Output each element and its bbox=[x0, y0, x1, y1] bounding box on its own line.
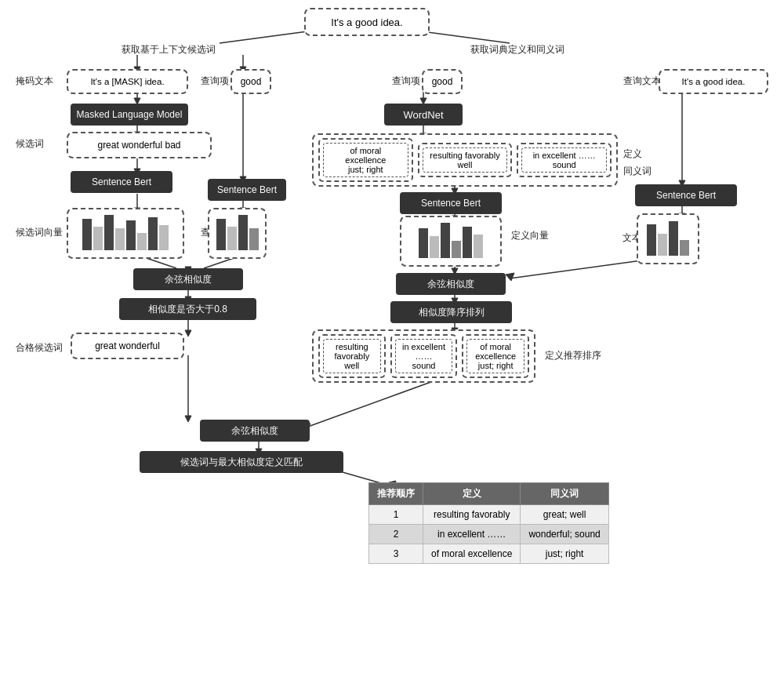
candidate-bars bbox=[79, 214, 172, 253]
def-vector-box bbox=[400, 216, 502, 267]
ranked-def-1: resulting favorably well bbox=[318, 334, 386, 378]
bar2 bbox=[93, 227, 103, 250]
dbar3 bbox=[441, 223, 450, 258]
sentence-bert-query-left: Sentence Bert bbox=[208, 179, 286, 201]
ranked-def-3-inner: of moral excellence just; right bbox=[466, 339, 524, 373]
table-cell-rank: 1 bbox=[369, 505, 423, 525]
qualified-box: great wonderful bbox=[71, 333, 184, 359]
mlm-box: Masked Language Model bbox=[71, 104, 188, 126]
dbar6 bbox=[474, 235, 483, 258]
dbar4 bbox=[452, 241, 461, 258]
candidates-label: 候选词 bbox=[16, 137, 44, 151]
context-vector-box bbox=[637, 213, 699, 264]
dbar5 bbox=[463, 227, 472, 258]
table-cell-def: resulting favorably bbox=[423, 505, 521, 525]
svg-marker-26 bbox=[185, 416, 191, 422]
cosine-box-1: 余弦相似度 bbox=[133, 268, 243, 290]
query-vector-box bbox=[208, 208, 267, 259]
table-row: 3of moral excellencejust; right bbox=[369, 544, 609, 564]
ranked-def-3: of moral excellence just; right bbox=[462, 334, 529, 378]
qualified-label: 合格候选词 bbox=[16, 341, 63, 355]
rank-box: 相似度降序排列 bbox=[390, 301, 512, 323]
ranked-def-boxes: resulting favorably well in excellent ……… bbox=[312, 329, 535, 383]
table-row: 2in excellent ……wonderful; sound bbox=[369, 525, 609, 544]
table-col2-header: 定义 bbox=[423, 483, 521, 505]
def-box-1: of moral excellence just; right bbox=[318, 138, 413, 182]
ranked-def-1-inner: resulting favorably well bbox=[323, 339, 381, 373]
dbar1 bbox=[419, 228, 428, 258]
syn-label: 同义词 bbox=[623, 165, 652, 178]
cosine-box-2: 余弦相似度 bbox=[396, 273, 506, 295]
bar5 bbox=[126, 220, 136, 250]
candidate-vector-label: 候选词向量 bbox=[16, 226, 63, 239]
cbar4 bbox=[680, 240, 689, 256]
table-cell-syn: wonderful; sound bbox=[521, 525, 608, 544]
def-label: 定义 bbox=[623, 147, 642, 161]
table-row: 1resulting favorablygreat; well bbox=[369, 505, 609, 525]
context-text-label: 查询文本 bbox=[623, 75, 661, 88]
query-bars bbox=[213, 214, 262, 253]
candidate-vector-box bbox=[67, 208, 184, 259]
def-boxes-container: of moral excellence just; right resultin… bbox=[312, 133, 618, 187]
def-vector-label: 定义向量 bbox=[511, 229, 549, 242]
def-box-3-inner: in excellent …… sound bbox=[521, 147, 607, 173]
context-input-box: It's a good idea. bbox=[659, 69, 768, 94]
diagram: It's a good idea. 获取基于上下文候选词 获取词典定义和同义词 … bbox=[0, 0, 784, 673]
qbar1 bbox=[216, 219, 226, 250]
candidates-box: great wonderful bad bbox=[67, 132, 212, 158]
result-table-container: 推荐顺序 定义 同义词 1resulting favorablygreat; w… bbox=[368, 482, 609, 564]
cosine-box-3: 余弦相似度 bbox=[200, 420, 310, 442]
ranked-def-2-inner: in excellent …… sound bbox=[395, 339, 453, 373]
qbar3 bbox=[238, 215, 248, 250]
def-rec-label: 定义推荐排序 bbox=[545, 349, 601, 362]
def-box-1-inner: of moral excellence just; right bbox=[323, 143, 408, 177]
top-label-left: 获取基于上下文候选词 bbox=[122, 43, 216, 56]
sentence-bert-right: Sentence Bert bbox=[635, 184, 737, 206]
query-box-left: good bbox=[230, 69, 271, 94]
bar1 bbox=[82, 219, 92, 250]
match-box: 候选词与最大相似度定义匹配 bbox=[140, 451, 343, 473]
dbar2 bbox=[430, 236, 439, 258]
ranked-def-2: in excellent …… sound bbox=[390, 334, 458, 378]
bar6 bbox=[137, 233, 147, 250]
table-cell-def: in excellent …… bbox=[423, 525, 521, 544]
bar4 bbox=[115, 228, 125, 250]
sentence-bert-left: Sentence Bert bbox=[71, 171, 172, 193]
def-box-2-inner: resulting favorably well bbox=[423, 147, 508, 173]
mask-input-box: It's a [MASK] idea. bbox=[67, 69, 188, 94]
top-input-box: It's a good idea. bbox=[304, 8, 430, 36]
cbar2 bbox=[658, 234, 667, 256]
result-table: 推荐顺序 定义 同义词 1resulting favorablygreat; w… bbox=[368, 482, 609, 564]
bar3 bbox=[104, 215, 114, 250]
wordnet-box: WordNet bbox=[384, 104, 463, 126]
table-col3-header: 同义词 bbox=[521, 483, 608, 505]
qbar2 bbox=[227, 227, 237, 250]
table-cell-syn: just; right bbox=[521, 544, 608, 564]
top-label-right: 获取词典定义和同义词 bbox=[470, 43, 564, 56]
cbar1 bbox=[647, 224, 656, 256]
cbar3 bbox=[669, 221, 678, 256]
svg-marker-38 bbox=[506, 273, 514, 281]
def-box-3: in excellent …… sound bbox=[517, 143, 612, 177]
svg-marker-24 bbox=[185, 330, 191, 336]
def-bars bbox=[416, 222, 486, 261]
def-box-2: resulting favorably well bbox=[418, 143, 513, 177]
query-box-middle: good bbox=[422, 69, 463, 94]
context-bars bbox=[644, 220, 692, 259]
query-label-middle: 查询项 bbox=[392, 75, 420, 88]
table-col1-header: 推荐顺序 bbox=[369, 483, 423, 505]
table-cell-def: of moral excellence bbox=[423, 544, 521, 564]
query-label-left: 查询项 bbox=[201, 75, 229, 88]
threshold-box: 相似度是否大于0.8 bbox=[119, 298, 256, 320]
table-cell-syn: great; well bbox=[521, 505, 608, 525]
bar7 bbox=[148, 217, 158, 250]
table-cell-rank: 2 bbox=[369, 525, 423, 544]
table-cell-rank: 3 bbox=[369, 544, 423, 564]
qbar4 bbox=[249, 228, 259, 250]
bar8 bbox=[159, 225, 169, 250]
mask-label: 掩码文本 bbox=[16, 75, 53, 88]
sentence-bert-middle: Sentence Bert bbox=[400, 192, 502, 214]
